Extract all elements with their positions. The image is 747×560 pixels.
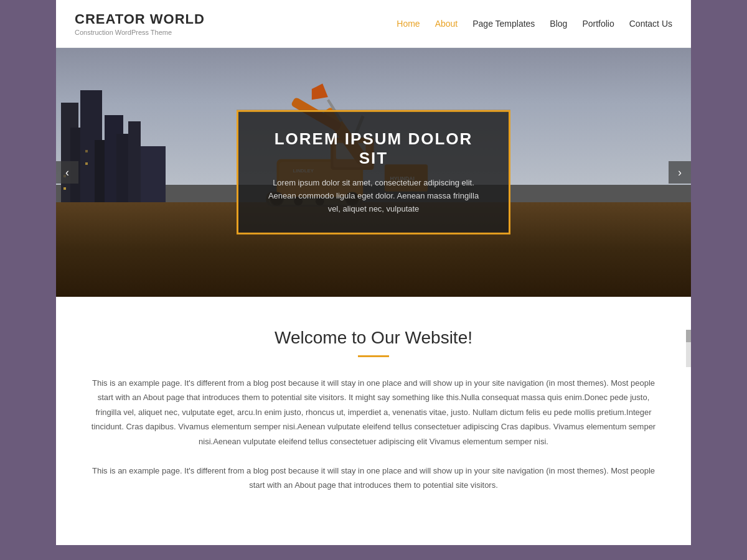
svg-marker-9 — [312, 83, 328, 100]
site-header: CREATOR WORLD Construction WordPress The… — [56, 0, 691, 48]
slider-next-button[interactable]: › — [669, 161, 691, 184]
scrollbar-thumb[interactable] — [686, 330, 691, 342]
nav-item-portfolio[interactable]: Portfolio — [582, 19, 614, 29]
hero-description: Lorem ipsum dolor sit amet, consectetuer… — [263, 177, 484, 215]
title-divider — [358, 355, 389, 357]
site-title: CREATOR WORLD — [75, 11, 205, 27]
logo-area: CREATOR WORLD Construction WordPress The… — [75, 11, 205, 36]
main-content: Welcome to Our Website! This is an examp… — [56, 297, 691, 545]
hero-overlay-box: LOREM IPSUM DOLOR SIT Lorem ipsum dolor … — [237, 110, 510, 235]
next-arrow-icon: › — [678, 166, 682, 179]
scrollbar-track[interactable] — [686, 330, 691, 367]
content-paragraph-1: This is an example page. It's different … — [87, 376, 660, 449]
slider-prev-button[interactable]: ‹ — [56, 161, 78, 184]
content-paragraph-2: This is an example page. It's different … — [87, 464, 660, 493]
nav-item-about[interactable]: About — [435, 19, 458, 29]
nav-item-home[interactable]: Home — [397, 19, 420, 29]
prev-arrow-icon: ‹ — [65, 166, 69, 179]
nav-item-blog[interactable]: Blog — [550, 19, 567, 29]
nav-item-page-templates[interactable]: Page Templates — [472, 19, 535, 29]
main-nav: Home About Page Templates Blog Portfolio… — [397, 19, 672, 29]
welcome-title: Welcome to Our Website! — [87, 328, 660, 348]
hero-title: LOREM IPSUM DOLOR SIT — [263, 129, 484, 168]
site-subtitle: Construction WordPress Theme — [75, 29, 205, 36]
page-wrapper: CREATOR WORLD Construction WordPress The… — [56, 0, 691, 545]
nav-item-contact[interactable]: Contact Us — [629, 19, 672, 29]
hero-slider: HYUNDAI LINDLEY LOREM IPSUM DOLOR SIT Lo… — [56, 48, 691, 297]
